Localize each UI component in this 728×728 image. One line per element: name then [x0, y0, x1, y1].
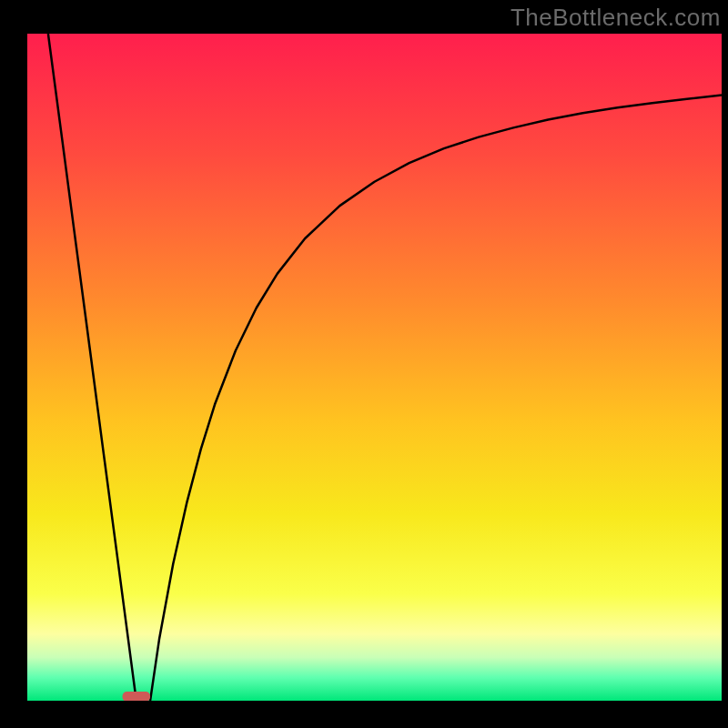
chart-stage: TheBottleneck.com: [0, 0, 728, 728]
watermark-text: TheBottleneck.com: [511, 4, 721, 32]
plot-area: [27, 34, 722, 701]
valley-marker: [123, 692, 151, 701]
gradient-background: [27, 34, 722, 701]
